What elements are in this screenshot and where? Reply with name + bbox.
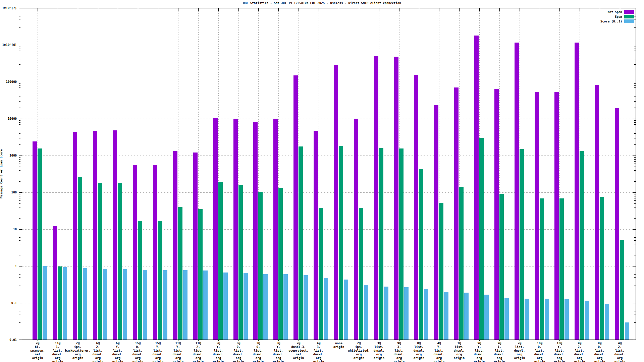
x-tick-top: [379, 8, 379, 11]
chart-title: RBL Statistics - Sat Jul 19 12:58:06 EDT…: [0, 1, 644, 5]
y-tick-minor-right: [634, 130, 636, 130]
y-tick-minor-right: [634, 49, 636, 49]
y-tick-minor-left: [19, 49, 20, 49]
x-tick-top: [238, 8, 239, 11]
legend-swatch: [624, 15, 634, 18]
y-tick-label: 1x10^{7}: [0, 7, 17, 10]
x-tick-bottom: [38, 340, 38, 341]
y-tick-minor-left: [19, 237, 20, 238]
y-tick-minor-right: [634, 122, 636, 123]
y-tick-minor-left: [19, 164, 20, 164]
y-tick-major-right: [633, 266, 636, 266]
y-tick-minor-left: [19, 133, 20, 134]
y-tick-minor-left: [19, 19, 20, 19]
x-tick-bottom: [319, 340, 319, 341]
y-tick-minor-left: [19, 268, 20, 268]
y-tick-minor-left: [19, 270, 20, 270]
x-tick-top: [359, 8, 359, 11]
y-tick-minor-left: [19, 157, 20, 158]
y-tick-minor-right: [634, 51, 636, 51]
y-tick-minor-left: [19, 218, 20, 219]
y-tick-minor-right: [634, 71, 636, 71]
x-tick-top: [138, 8, 138, 11]
y-tick-minor-right: [634, 127, 636, 127]
y-tick-minor-right: [634, 249, 636, 249]
x-tick-bottom: [218, 340, 219, 341]
y-tick-minor-left: [19, 122, 20, 123]
y-tick-minor-right: [634, 309, 636, 309]
y-tick-minor-right: [634, 60, 636, 60]
x-tick-top: [98, 8, 98, 11]
y-tick-major-right: [633, 45, 636, 45]
y-tick-label: 0.1: [0, 302, 17, 305]
y-tick-minor-right: [634, 124, 636, 125]
y-tick-minor-right: [634, 164, 636, 164]
x-tick-bottom: [439, 340, 439, 341]
y-tick-minor-left: [19, 249, 20, 249]
y-tick-minor-right: [634, 307, 636, 307]
x-tick-top: [520, 8, 520, 11]
y-tick-minor-right: [634, 272, 636, 272]
y-axis-title: Message Count or Spam Score: [0, 134, 3, 214]
y-tick-minor-right: [634, 196, 636, 196]
y-tick-minor-left: [19, 281, 20, 281]
y-tick-minor-right: [634, 157, 636, 158]
y-tick-major-right: [633, 8, 636, 8]
y-tick-minor-left: [19, 231, 20, 231]
y-tick-minor-left: [19, 305, 20, 305]
x-tick-top: [258, 8, 259, 11]
y-tick-minor-left: [19, 207, 20, 207]
y-tick-minor-left: [19, 85, 20, 86]
y-tick-minor-right: [634, 292, 636, 292]
legend-swatch: [624, 19, 634, 23]
y-tick-minor-right: [634, 198, 636, 198]
y-tick-minor-left: [19, 233, 20, 233]
y-tick-major-left: [19, 119, 22, 119]
x-tick-bottom: [399, 340, 399, 341]
y-tick-label: 100000: [0, 80, 17, 83]
x-tick-top: [339, 8, 339, 11]
y-tick-label: 10: [0, 228, 17, 231]
x-tick-bottom: [580, 340, 580, 341]
x-tick-bottom: [158, 340, 158, 341]
y-tick-minor-right: [634, 274, 636, 275]
y-tick-major-right: [633, 303, 636, 303]
x-tick-top: [278, 8, 279, 11]
y-tick-minor-left: [19, 16, 20, 16]
y-tick-label: 1000: [0, 154, 17, 157]
y-tick-minor-right: [634, 235, 636, 235]
y-tick-minor-left: [19, 51, 20, 51]
x-tick-top: [459, 8, 460, 11]
y-tick-minor-left: [19, 108, 20, 108]
y-tick-minor-left: [19, 240, 20, 241]
x-tick-top: [178, 8, 178, 11]
y-tick-minor-left: [19, 87, 20, 88]
y-tick-minor-right: [634, 181, 636, 182]
y-tick-minor-left: [19, 101, 20, 102]
x-tick-bottom: [238, 340, 239, 341]
y-tick-minor-left: [19, 286, 20, 286]
y-tick-minor-right: [634, 133, 636, 134]
y-tick-minor-left: [19, 83, 20, 84]
y-tick-label: 100: [0, 191, 17, 194]
x-tick-bottom: [520, 340, 520, 341]
x-tick-top: [439, 8, 439, 11]
y-tick-minor-right: [634, 90, 636, 90]
x-tick-bottom: [98, 340, 98, 341]
x-tick-bottom: [479, 340, 480, 341]
y-tick-minor-right: [634, 93, 636, 93]
y-tick-minor-right: [634, 318, 636, 318]
y-tick-minor-right: [634, 244, 636, 244]
y-tick-minor-left: [19, 138, 20, 138]
y-tick-minor-right: [634, 56, 636, 56]
y-tick-minor-left: [19, 47, 20, 47]
x-tick-top: [399, 8, 399, 11]
y-tick-minor-left: [19, 277, 20, 278]
y-tick-minor-right: [634, 138, 636, 138]
legend-label: Not Spam: [608, 10, 622, 14]
y-tick-minor-right: [634, 101, 636, 102]
y-tick-minor-right: [634, 53, 636, 53]
x-tick-bottom: [540, 340, 540, 341]
y-tick-minor-right: [634, 207, 636, 207]
y-tick-minor-right: [634, 87, 636, 88]
